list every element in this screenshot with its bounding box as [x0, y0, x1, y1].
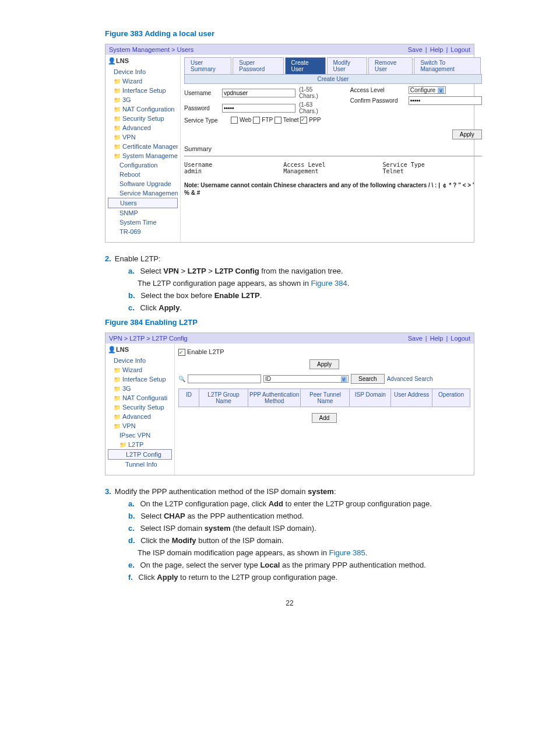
tab-create-user[interactable]: Create User — [285, 57, 326, 74]
ss1-content: User Summary Super Password Create User … — [181, 55, 485, 242]
sum-v-user: admin — [184, 168, 283, 174]
figure-384-caption: Figure 384 Enabling L2TP — [105, 318, 474, 327]
ss2-save-link[interactable]: Save — [408, 335, 423, 342]
lbl-access: Access Level — [350, 87, 409, 93]
nav-config[interactable]: Configuration — [108, 160, 178, 170]
chk-web[interactable]: Web — [231, 117, 251, 124]
nav2-tunnel[interactable]: Tunnel Info — [108, 460, 172, 469]
chk-telnet[interactable]: Telnet — [275, 117, 299, 124]
nav-reboot[interactable]: Reboot — [108, 170, 178, 179]
add-button[interactable]: Add — [312, 413, 337, 423]
apply-button[interactable]: Apply — [452, 130, 482, 139]
col-user-addr: User Address — [391, 389, 432, 407]
nav-softup[interactable]: Software Upgrade — [108, 179, 178, 188]
step-2b: b. Select the box before Enable L2TP. — [128, 291, 474, 300]
tab-modify-user[interactable]: Modify User — [327, 57, 367, 74]
lbl-username: Username — [184, 90, 222, 96]
col-id: ID — [179, 389, 199, 407]
input-username[interactable] — [222, 89, 295, 97]
step-3d: d. Click the Modify button of the ISP do… — [128, 536, 474, 545]
nav-snmp[interactable]: SNMP — [108, 208, 178, 218]
nav-cert[interactable]: Certificate Manageme — [108, 142, 178, 151]
sum-v-access: Management — [283, 168, 382, 174]
nav-3g[interactable]: 3G — [108, 95, 178, 104]
step-3d-2: The ISP domain modification page appears… — [138, 548, 474, 557]
nav-sysmgmt[interactable]: System Management — [108, 151, 178, 160]
tab-super-pw[interactable]: Super Password — [233, 57, 283, 74]
nav2-vpn[interactable]: VPN — [108, 421, 172, 430]
search-input[interactable] — [188, 374, 261, 383]
nav2-l2tp[interactable]: L2TP — [108, 440, 172, 449]
select-access-level[interactable]: Configurev — [409, 86, 446, 94]
nav-advanced[interactable]: Advanced — [108, 123, 178, 132]
ss2-device: 👤LNS — [108, 346, 172, 354]
ss1-device: 👤LNS — [108, 57, 178, 65]
figure-385-link[interactable]: Figure 385 — [329, 548, 365, 557]
step-3c: c. Select ISP domain system (the default… — [128, 524, 474, 533]
nav2-advanced[interactable]: Advanced — [108, 412, 172, 421]
nav-users[interactable]: Users — [108, 198, 178, 208]
nav-device-info[interactable]: Device Info — [108, 67, 178, 76]
step-3f: f. Click Apply to return to the L2TP gro… — [128, 573, 474, 582]
tab-remove-user[interactable]: Remove User — [368, 57, 413, 74]
nav2-security[interactable]: Security Setup — [108, 402, 172, 412]
nav-vpn[interactable]: VPN — [108, 132, 178, 142]
sum-h-user: Username — [184, 162, 283, 168]
step-3a: a. On the L2TP configuration page, click… — [128, 499, 474, 508]
nav-systime[interactable]: System Time — [108, 218, 178, 227]
sum-v-service: Telnet — [383, 168, 482, 174]
col-ppp: PPP Authentication Method — [248, 389, 301, 407]
nav2-device-info[interactable]: Device Info — [108, 356, 172, 365]
nav-tr069[interactable]: TR-069 — [108, 227, 178, 236]
nav2-3g[interactable]: 3G — [108, 384, 172, 393]
nav-security[interactable]: Security Setup — [108, 114, 178, 123]
nav2-ipsec[interactable]: IPsec VPN — [108, 430, 172, 440]
nav-wizard[interactable]: Wizard — [108, 76, 178, 86]
ss2-help-link[interactable]: Help — [430, 335, 444, 342]
tab-switch-mgmt[interactable]: Switch To Management — [414, 57, 480, 74]
search-bar: 🔍 IDv Search Advanced Search — [178, 374, 470, 384]
nav2-wizard[interactable]: Wizard — [108, 365, 172, 374]
search-button[interactable]: Search — [351, 374, 385, 384]
ss1-help-link[interactable]: Help — [430, 46, 444, 53]
chk-ftp[interactable]: FTP — [253, 117, 273, 124]
step-2: 2.Enable L2TP: — [105, 254, 474, 263]
ss1-save-link[interactable]: Save — [408, 46, 423, 53]
step-2c: c. Click Apply. — [128, 303, 474, 312]
apply-l2tp-button[interactable]: Apply — [309, 359, 339, 369]
sum-h-access: Access Level — [283, 162, 382, 168]
hint-password: (1-63 Chars.) — [299, 102, 327, 114]
col-group: L2TP Group Name — [199, 389, 248, 407]
col-op: Operation — [432, 389, 470, 407]
summary-title: Summary — [184, 145, 482, 152]
chevron-down-icon: v — [438, 88, 444, 93]
nav-nat[interactable]: NAT Configuration — [108, 104, 178, 114]
chk-ppp[interactable]: PPP — [300, 117, 321, 124]
chk-enable-l2tp[interactable]: Enable L2TP — [178, 348, 224, 355]
ss2-logout-link[interactable]: Logout — [451, 335, 470, 342]
tab-user-summary[interactable]: User Summary — [184, 57, 231, 74]
input-confirm[interactable] — [409, 96, 482, 105]
nav-iface-setup[interactable]: Interface Setup — [108, 86, 178, 95]
ss1-header-links: Save | Help | Logout — [407, 46, 470, 53]
ss2-breadcrumb: VPN > L2TP > L2TP Config — [109, 335, 188, 342]
ss1-subbar: Create User — [184, 75, 482, 84]
nav-svcmgmt[interactable]: Service Management — [108, 188, 178, 198]
col-peer: Peer Tunnel Name — [301, 389, 350, 407]
figure-384-link[interactable]: Figure 384 — [311, 279, 347, 288]
figure-384-screenshot: VPN > L2TP > L2TP Config Save | Help | L… — [105, 332, 474, 475]
figure-383-caption: Figure 383 Adding a local user — [105, 29, 474, 38]
search-field-select[interactable]: IDv — [263, 375, 349, 383]
ss2-header: VPN > L2TP > L2TP Config Save | Help | L… — [105, 333, 474, 344]
col-isp: ISP Domain — [350, 389, 391, 407]
input-password[interactable] — [222, 104, 295, 113]
ss1-logout-link[interactable]: Logout — [451, 46, 470, 53]
nav2-l2tp-config[interactable]: L2TP Config — [108, 449, 172, 460]
step-3b: b. Select CHAP as the PPP authentication… — [128, 512, 474, 520]
page-number: 22 — [105, 599, 474, 607]
adv-search-link[interactable]: Advanced Search — [387, 376, 433, 382]
lbl-password: Password — [184, 105, 222, 111]
sum-h-service: Service Type — [383, 162, 482, 168]
nav2-iface[interactable]: Interface Setup — [108, 374, 172, 384]
nav2-nat[interactable]: NAT Configurati — [108, 393, 172, 402]
